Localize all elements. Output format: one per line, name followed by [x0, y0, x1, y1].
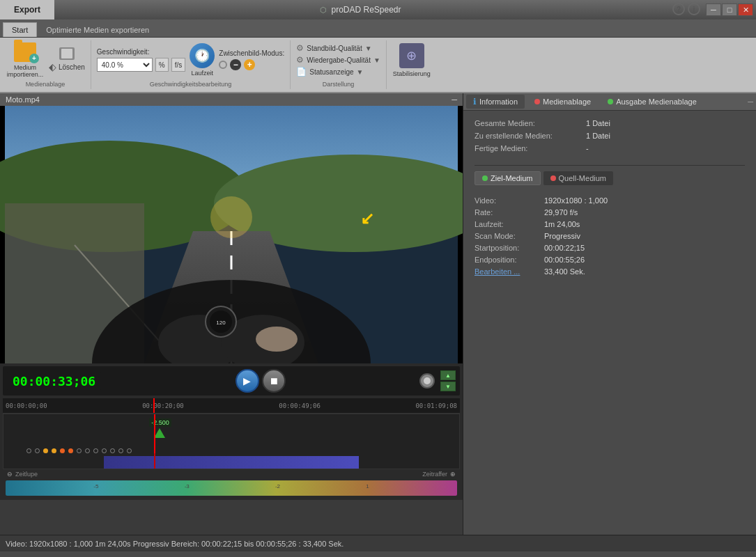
title-bar: Export ⬡ proDAD ReSpeedr ? i ─ □ ✕ — [0, 0, 756, 19]
kf-empty-5 — [93, 448, 98, 453]
standbild-row[interactable]: ⚙ Standbild-Qualität ▼ — [296, 43, 380, 53]
radio-option-1[interactable] — [219, 61, 227, 69]
maximize-button[interactable]: □ — [722, 3, 737, 16]
info-tabs: ℹ Information Medienablage Ausgabe Medie… — [463, 93, 756, 111]
play-button[interactable]: ▶ — [236, 369, 259, 393]
minimize-button[interactable]: ─ — [706, 3, 721, 16]
detail-rate: Rate: 29,970 f/s — [475, 208, 745, 217]
close-button[interactable]: ✕ — [738, 3, 753, 16]
kf-red-2 — [68, 448, 73, 453]
status-row[interactable]: 📄 Statusanzeige ▼ — [296, 67, 380, 77]
laufzeit-group: 🕐 Laufzeit — [190, 43, 215, 77]
info-content: Gesamte Medien: 1 Datei Zu erstellende M… — [463, 111, 756, 165]
status-bar: Video: 1920x1080 : 1,000 1m 24,00s Progr… — [0, 535, 756, 551]
detail-video: Video: 1920x1080 : 1,000 — [475, 196, 745, 205]
svg-point-14 — [256, 327, 298, 352]
tab-information[interactable]: ℹ Information — [466, 95, 525, 109]
kf-empty-1 — [26, 448, 31, 453]
video-title-bar: Moto.mp4 ─ — [0, 93, 463, 106]
import-button[interactable]: + Medium importieren... — [6, 40, 45, 79]
medienablage-tab-dot — [534, 99, 540, 104]
keyframe-row — [26, 448, 132, 453]
darstellung-items: ⚙ Standbild-Qualität ▼ ⚙ Wiedergabe-Qual… — [296, 43, 380, 77]
radio-row: − + — [219, 59, 284, 70]
speed-track: -2.500 — [3, 414, 459, 469]
delete-button[interactable]: ⬖ Löschen — [49, 61, 85, 72]
tab-medienablage[interactable]: Medienablage — [527, 95, 598, 108]
radio-minus-icon: − — [230, 59, 241, 70]
timeline-tracks[interactable]: -2.500 — [3, 414, 460, 469]
speed-select[interactable]: 40.0 % — [97, 58, 153, 72]
speed-controls: Geschwindigkeit: 40.0 % % f/s — [97, 48, 185, 72]
info-row-fertige: Fertige Medien: - — [475, 144, 745, 152]
ruler-mark-1: 00:00:20;00 — [142, 402, 184, 409]
stabilisierung-button[interactable]: ⊕ Stabilisierung — [392, 40, 431, 79]
stop-button[interactable]: ⏹ — [262, 369, 286, 393]
title-controls: ─ □ ✕ — [706, 0, 756, 19]
zoom-left: ⊖ Zeitlupe — [7, 471, 38, 478]
nav-buttons: ▲ ▼ — [440, 370, 456, 391]
speed-label-row: Geschwindigkeit: — [97, 48, 185, 56]
playback-controls: ▶ ⏹ — [107, 369, 414, 393]
quell-dot — [550, 175, 556, 181]
tab-start[interactable]: Start — [3, 22, 37, 37]
zwischenbild-group: Zwischenbild-Modus: − + — [219, 49, 284, 70]
kf-empty-7 — [110, 448, 115, 453]
zeitraffer-label: Zeitraffer — [422, 471, 447, 478]
timeline-ruler: 00:00:00;00 00:00:20;00 00:00:49;06 00:0… — [3, 398, 460, 414]
status-text: Video: 1920x1080 : 1,000 1m 24,00s Progr… — [6, 540, 344, 548]
kf-empty-9 — [127, 448, 132, 453]
kf-empty-3 — [77, 448, 82, 453]
help-icon[interactable]: ? — [672, 3, 685, 15]
ruler-mark-0: 00:00:00;00 — [6, 402, 47, 409]
svg-text:120: 120 — [216, 320, 226, 326]
nav-up-button[interactable]: ▲ — [440, 370, 456, 380]
zoom-row: ⊖ Zeitlupe Zeitraffer ⊕ — [3, 469, 460, 479]
kf-empty-4 — [85, 448, 90, 453]
video-area: 120 ↙ — [0, 106, 463, 363]
kf-empty-8 — [118, 448, 123, 453]
info-icon[interactable]: i — [688, 3, 700, 15]
stab-icon: ⊕ — [399, 43, 424, 68]
video-title: Moto.mp4 — [6, 95, 40, 104]
info-row-zu-erstellen: Zu erstellende Medien: 1 Datei — [475, 132, 745, 140]
zoom-icon-right[interactable]: ⊕ — [450, 471, 456, 478]
kf-orange-2 — [52, 448, 56, 453]
ziel-dot — [482, 175, 488, 181]
tab-ziel-medium[interactable]: Ziel-Medium — [475, 171, 541, 185]
ribbon-group-geschwindigkeit: Geschwindigkeit: 40.0 % % f/s 🕐 Laufzeit… — [91, 40, 291, 89]
record-button[interactable] — [419, 373, 435, 389]
plus-badge: + — [29, 54, 39, 63]
title-tab-export[interactable]: Export — [0, 0, 54, 19]
fs-button[interactable]: f/s — [171, 58, 186, 72]
delete-btn-group: ⬖ Löschen — [49, 47, 85, 72]
main-area: Moto.mp4 ─ — [0, 93, 756, 535]
tab-export[interactable]: Optimierte Medien exportieren — [37, 22, 158, 37]
wiedergabe-row[interactable]: ⚙ Wiedergabe-Qualität ▼ — [296, 55, 380, 65]
zoom-right: Zeitraffer ⊕ — [422, 471, 456, 478]
ruler-mark-3: 00:01:09;08 — [415, 402, 457, 409]
svg-point-15 — [210, 196, 252, 238]
zeitlupe-label: Zeitlupe — [15, 471, 38, 478]
zoom-icon-left[interactable]: ⊖ — [7, 471, 13, 478]
nav-down-button[interactable]: ▼ — [440, 382, 456, 391]
left-panel: Moto.mp4 ─ — [0, 93, 463, 535]
radio-plus-icon: + — [244, 59, 255, 70]
video-minimize-icon[interactable]: ─ — [452, 95, 457, 104]
disk-icon — [59, 47, 75, 60]
tab-ausgabe[interactable]: Ausgabe Medienablage — [601, 95, 704, 108]
detail-bearbeiten: Bearbeiten ... 33,400 Sek. — [475, 267, 745, 276]
panel-minimize-icon[interactable]: ─ — [748, 97, 753, 106]
medienablage-label: Medienablage — [26, 81, 65, 88]
zoom-track[interactable]: -5 -3 -2 1 — [6, 480, 457, 496]
speed-triangle-marker — [154, 428, 165, 438]
ausgabe-tab-dot — [608, 99, 613, 104]
detail-startpos: Startposition: 00:00:22;15 — [475, 244, 745, 252]
media-tabs: Ziel-Medium Quell-Medium — [463, 166, 756, 191]
ribbon: + Medium importieren... ⬖ Löschen Medien… — [0, 38, 756, 93]
tab-quell-medium[interactable]: Quell-Medium — [543, 171, 613, 185]
speed-input-row: 40.0 % % f/s — [97, 58, 185, 72]
detail-laufzeit: Laufzeit: 1m 24,00s — [475, 220, 745, 228]
percent-button[interactable]: % — [155, 58, 169, 72]
record-dot — [424, 377, 431, 384]
